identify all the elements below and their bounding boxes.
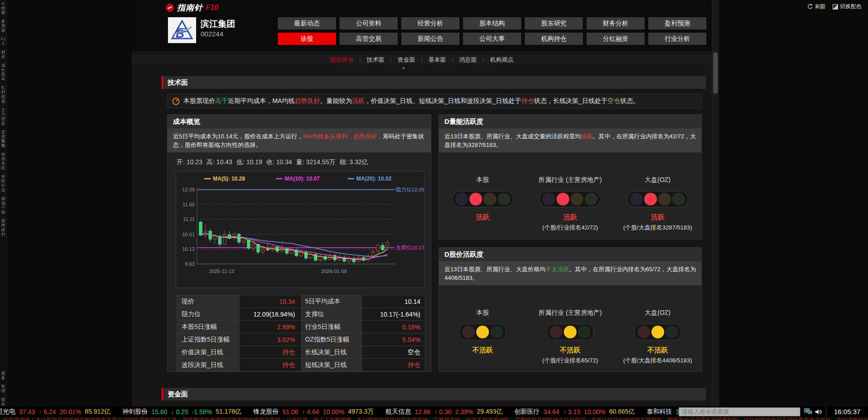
nav-button-机构持仓[interactable]: 机构持仓 [525,33,583,45]
ticker-item-照光电[interactable]: 照光电37.43↑ 6.2420.01%85.912亿 [0,408,111,416]
ticker-change: ↑ 4.64 [302,408,319,415]
system-clock: 16:05:37 [826,406,868,417]
svg-text:12.09: 12.09 [182,187,195,192]
traffic-column: 所属行业 (主营房地产)不活跃(个股/行业排名65/72) [527,309,614,365]
f10-panel: 指南针 F10 B 滨江集团 002244 最新动态公司资料经营分析股本结构股东… [132,0,712,406]
nav-button-最新动态[interactable]: 最新动态 [278,17,336,29]
ticker-item-航天信息[interactable]: 航天信息12.86↑ 0.302.39%29.493亿 [385,408,503,416]
rail-item-财务[interactable]: 财务 [1,50,6,59]
ticker-pct: 10.00% [323,408,344,415]
command-input[interactable] [679,407,801,416]
nav-button-盈利预测[interactable]: 盈利预测 [648,17,706,29]
text-part: 空仓 [607,97,620,104]
traffic-light-pill [547,324,594,340]
ticker-item-创新医疗[interactable]: 创新医疗34.64↑ 3.1510.00%60.665亿 [514,408,635,416]
ticker-price: 15.60 [152,408,168,415]
svg-text:10.12: 10.12 [182,246,195,252]
text-part: 本股票现价 [183,97,215,104]
nav-button-公司大事[interactable]: 公司大事 [463,33,521,45]
traffic-column: 大盘(OZ)不活跃(个股/大盘排名4406/5183) [614,309,701,365]
text-part: 近13日本股票、所属行业、大盘价格均 [444,266,545,273]
text-part: 近5日平均成本为10.14元，股价在成本上方运行， [173,133,303,140]
cost-table: 现价10.345日平均成本10.14阻力位12.09(16.94%)支撑位10.… [177,295,425,371]
rail-item-海选个股[interactable]: 海选个股 [1,196,6,215]
scrollbar-thumb[interactable] [713,52,718,94]
nav-button-行业分析[interactable]: 行业分析 [648,33,706,45]
ohlc-field: 高: 10.43 [207,158,232,166]
ohlc-line: 开: 10.23高: 10.43低: 10.19收: 10.34量: 3214.… [168,152,431,168]
subnav-tab-机构观点[interactable]: 机构观点 [484,56,519,64]
fund-section-bar: 资金面 [162,388,706,400]
nav-button-经营分析[interactable]: 经营分析 [401,17,459,29]
traffic-light-circle [557,193,569,205]
subnav-tab-资金面[interactable]: 资金面 [392,56,421,64]
cost-overview-card: 成本概览 近5日平均成本为10.14元，股价在成本上方运行，MA均线多头排列，趋… [167,114,431,372]
nav-button-公司资料[interactable]: 公司资料 [340,17,398,29]
table-value: 3.82% [240,333,301,346]
ticker-stock-name: 照光电 [0,408,15,416]
rail-item-红利优选[interactable]: 红利优选 [1,85,6,103]
refresh-button[interactable]: 刷新 [807,3,826,10]
volume-card-title: D量能活跃度 [439,115,701,129]
ticker-item-神剑股份[interactable]: 神剑股份15.60↓ 0.25-1.58%51.178亿 [123,408,242,416]
market-ticker-bar: 照光电37.43↑ 6.2420.01%85.912亿神剑股份15.60↓ 0.… [0,406,868,417]
nav-button-高管交易[interactable]: 高管交易 [340,33,398,45]
table-row: 价值决策_日线持仓长线决策_日线空仓 [177,346,425,359]
svg-text:MA(20): 10.02: MA(20): 10.02 [356,176,392,182]
subnav-tab-消息面[interactable]: 消息面 [453,56,483,64]
rail-item-名按行业[interactable]: 名按行业 [1,174,6,192]
subnav-tab-综合评分[interactable]: 综合评分 [324,56,360,64]
network-status-icon[interactable] [804,408,812,415]
compass-logo-icon [165,3,174,12]
nav-button-新闻公告[interactable]: 新闻公告 [401,33,459,45]
text-part: 近期平均成本，MA均线 [228,97,295,104]
ticker-item-锋龙股份[interactable]: 锋龙股份51.06↑ 4.6410.00%4973.3万 [253,408,374,416]
traffic-rank: (个股/大盘排名3287/5183) [623,224,692,232]
rail-item-主力控盘[interactable]: 主力控盘 [1,107,6,126]
ticker-stock-name: 神剑股份 [123,408,148,416]
table-value: 10.17(-1.64%) [362,308,425,320]
traffic-light-circle [498,193,510,205]
nav-button-分红融资[interactable]: 分红融资 [587,33,645,45]
traffic-light-circle [672,193,685,205]
rail-item-多周期[interactable]: 多周期 [1,19,6,33]
company-logo-icon: B [170,20,194,41]
traffic-light-pill [459,324,506,340]
rail-item-成长黑马[interactable]: 成长黑马 [1,63,6,81]
ticker-pct: -1.58% [192,408,212,415]
table-value: 5.18% [362,321,425,333]
rail-item-F10[interactable]: F10 [1,37,6,46]
vertical-scrollbar[interactable] [712,0,719,406]
nav-button-财务分析[interactable]: 财务分析 [587,17,645,29]
subnav-tab-技术面[interactable]: 技术面 [361,56,390,64]
ticker-amount: 4973.3万 [348,408,374,416]
table-label: 支撑位 [301,308,362,320]
rail-item-质押研判[interactable]: 质押研判 [1,219,6,237]
nav-button-股本结构[interactable]: 股本结构 [463,17,521,29]
rail-item-名投专区[interactable]: 名投专区 [1,152,6,170]
stock-name: 滨江集团 [201,18,235,30]
theme-toggle-button[interactable]: 切换配色 [833,3,862,10]
stock-code: 002244 [201,30,223,38]
rail-item-K线图[interactable]: K线图 [1,1,6,15]
rail-item-龙虎飘飘[interactable]: 龙虎飘飘 [1,130,6,148]
ohlc-field: 低: 10.19 [237,158,262,166]
nav-button-诊股[interactable]: 诊股 [278,33,336,45]
table-row: 本股5日涨幅2.89%行业5日涨幅5.18% [177,321,425,333]
nav-button-股东研究[interactable]: 股东研究 [525,17,583,29]
traffic-light-pill [539,191,601,207]
table-value: 持仓 [240,346,301,358]
ticker-stock-name: 锋龙股份 [253,408,279,416]
speaker-icon[interactable] [815,409,822,415]
rail-item-保存[interactable]: 保存 [1,397,6,406]
rail-item-更多[interactable]: 更多 [1,371,6,380]
stock-logo: B [168,17,196,43]
subnav-tab-基本面[interactable]: 基本面 [422,56,452,64]
ticker-item-泰和科技[interactable]: 泰和科技30.89↓ 0.20-0.64%39452.2万 [647,408,679,416]
scroll-top-arrow[interactable]: ▲ [401,65,406,70]
rail-item-管理[interactable]: 管理 [1,384,6,393]
traffic-light-circle [644,193,657,205]
ticker-stock-name: 航天信息 [385,408,411,416]
table-label: 本股5日涨幅 [177,321,240,333]
traffic-status: 不活跃 [473,346,493,355]
